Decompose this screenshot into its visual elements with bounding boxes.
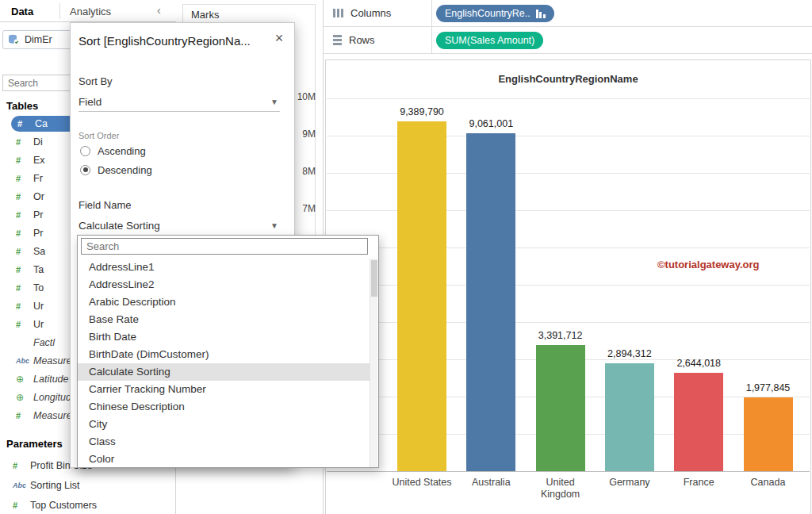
dropdown-item[interactable]: Calculate Sorting xyxy=(78,363,370,381)
ascending-option[interactable]: Ascending xyxy=(80,144,146,158)
number-icon: # xyxy=(16,228,33,238)
sort-dialog-title: Sort [EnglishCountryRegionNa... xyxy=(79,34,251,48)
pane-tabs: Data Analytics ‹ xyxy=(0,0,176,22)
parameters-heading: Parameters xyxy=(6,438,63,450)
number-icon: # xyxy=(16,155,33,165)
field-name-dropdown-list: AddressLine1AddressLine2Arabic Descripti… xyxy=(77,235,379,468)
field-label: Pr xyxy=(33,228,44,239)
field-label: Fr xyxy=(33,173,43,184)
rows-shelf-label: Rows xyxy=(349,34,375,46)
bar-value-label: 2,644,018 xyxy=(659,358,738,369)
chevron-down-icon: ▼ xyxy=(270,93,278,112)
columns-shelf-label: Columns xyxy=(350,7,391,19)
bar-united-states[interactable] xyxy=(397,121,446,471)
axis-category-label: Australia xyxy=(456,477,526,489)
dropdown-item[interactable]: City xyxy=(78,416,370,433)
dropdown-item[interactable]: Carrier Tracking Number xyxy=(78,381,370,398)
bar-france[interactable] xyxy=(674,373,723,471)
descending-option[interactable]: Descending xyxy=(80,163,152,177)
dropdown-item[interactable]: Arabic Description xyxy=(78,293,370,311)
axis-category-label: Germany xyxy=(595,477,665,489)
ascending-radio[interactable] xyxy=(80,146,90,156)
columns-icon xyxy=(333,9,343,17)
columns-pill-label: EnglishCountryRe.. xyxy=(445,8,530,19)
field-label: Ur xyxy=(33,301,44,312)
bar-value-label: 3,391,712 xyxy=(521,330,600,341)
tab-analytics[interactable]: Analytics xyxy=(70,6,111,17)
rows-shelf-label-cell: Rows xyxy=(324,27,432,53)
datasource-icon xyxy=(8,34,20,45)
field-label: Ta xyxy=(33,264,44,275)
columns-shelf-label-cell: Columns xyxy=(324,0,432,26)
worksheet-view: EnglishCountryRegionName ©tutorialgatewa… xyxy=(325,59,811,514)
dropdown-scrollbar[interactable] xyxy=(370,259,377,467)
field-label: Measure xyxy=(33,355,72,366)
tableau-window: Data Analytics ‹ DimEr Tables #Ca#Di#Ex#… xyxy=(0,0,812,514)
x-axis-line xyxy=(327,471,810,472)
number-icon: # xyxy=(17,119,35,128)
bar-united-kingdom[interactable] xyxy=(536,345,585,471)
gridline xyxy=(327,98,810,99)
field-label: Or xyxy=(33,191,44,202)
sort-by-dropdown[interactable]: Field ▼ xyxy=(79,93,280,112)
bar-germany[interactable] xyxy=(605,363,654,471)
sort-descending-icon[interactable] xyxy=(536,10,546,18)
abc-icon: Abc xyxy=(13,481,30,489)
rows-shelf[interactable]: Rows SUM(Sales Amount) xyxy=(324,27,812,54)
datasource-label: DimEr xyxy=(25,34,52,45)
bar-canada[interactable] xyxy=(744,397,793,471)
field-item[interactable]: AbcSorting List xyxy=(0,475,176,495)
field-label: Ex xyxy=(33,155,45,166)
dropdown-item[interactable]: Birth Date xyxy=(78,328,370,346)
columns-shelf[interactable]: Columns EnglishCountryRe.. xyxy=(324,0,812,27)
scrollbar-thumb[interactable] xyxy=(371,260,377,297)
field-item[interactable]: #Top Customers xyxy=(0,495,176,514)
field-label: Pr xyxy=(33,209,44,221)
bar-value-label: 2,894,312 xyxy=(590,348,669,359)
number-icon: # xyxy=(16,247,33,256)
number-icon: # xyxy=(16,137,33,147)
field-label: Top Customers xyxy=(30,500,97,511)
number-icon: # xyxy=(16,301,33,311)
bar-value-label: 1,977,845 xyxy=(729,382,808,393)
dropdown-item[interactable]: BirthDate (DimCustomer) xyxy=(78,346,370,363)
close-icon[interactable]: × xyxy=(270,29,288,47)
dropdown-item[interactable]: Color xyxy=(78,451,370,468)
sort-by-label: Sort By xyxy=(79,75,113,87)
axis-category-label: United Kingdom xyxy=(526,477,596,501)
number-icon: # xyxy=(16,320,33,329)
bar-value-label: 9,389,790 xyxy=(382,106,462,117)
dropdown-item[interactable]: Chinese Description xyxy=(78,398,370,416)
bar-australia[interactable] xyxy=(466,133,515,471)
field-name-dropdown[interactable]: Calculate Sorting ▼ xyxy=(79,217,280,236)
dropdown-item[interactable]: AddressLine2 xyxy=(78,276,370,293)
axis-category-label: United States xyxy=(387,477,457,489)
dropdown-search-input[interactable] xyxy=(81,238,368,255)
sort-by-value: Field xyxy=(79,96,102,108)
dropdown-item[interactable]: AddressLine1 xyxy=(78,259,370,276)
number-icon: # xyxy=(13,461,30,470)
field-name-value: Calculate Sorting xyxy=(79,220,160,232)
tab-divider xyxy=(59,3,60,19)
descending-label: Descending xyxy=(98,164,152,176)
number-icon: # xyxy=(16,192,33,201)
columns-pill-englishcountryregionname[interactable]: EnglishCountryRe.. xyxy=(436,5,554,22)
dropdown-list: AddressLine1AddressLine2Arabic Descripti… xyxy=(78,259,370,468)
rows-pill-label: SUM(Sales Amount) xyxy=(445,35,534,46)
tab-data[interactable]: Data xyxy=(11,6,33,17)
field-label: Ur xyxy=(33,319,44,330)
bar-value-label: 9,061,001 xyxy=(451,118,530,129)
collapse-pane-icon[interactable]: ‹ xyxy=(157,4,161,17)
field-label: To xyxy=(33,282,44,293)
chevron-down-icon: ▼ xyxy=(270,217,278,236)
dropdown-item[interactable]: Base Rate xyxy=(78,311,370,328)
globe-icon: ⊕ xyxy=(16,392,33,403)
rows-pill-sum-sales-amount[interactable]: SUM(Sales Amount) xyxy=(436,32,543,49)
field-label: Sa xyxy=(33,246,45,257)
dropdown-item[interactable]: Class xyxy=(78,433,370,451)
plot-area: ©tutorialgateway.org 9,389,790United Sta… xyxy=(326,60,810,514)
field-label: Ca xyxy=(35,118,48,129)
marks-title: Marks xyxy=(191,9,219,21)
field-label: Di xyxy=(33,136,43,148)
descending-radio[interactable] xyxy=(80,165,90,175)
